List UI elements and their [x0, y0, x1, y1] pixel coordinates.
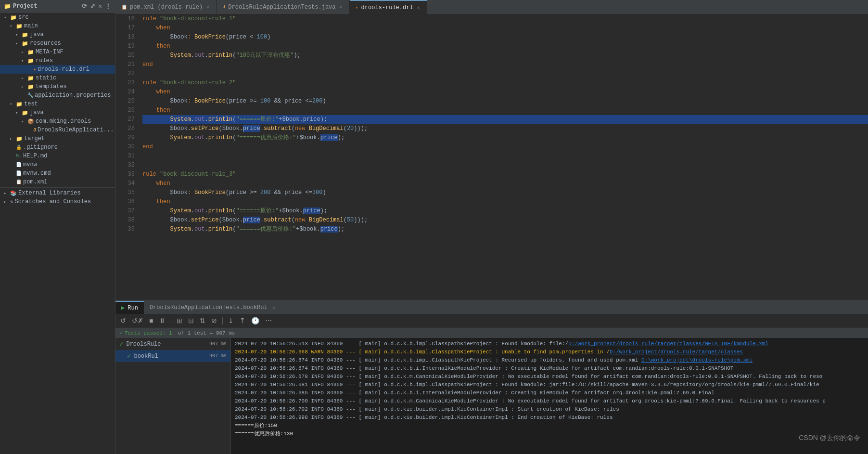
log-link-3[interactable]: D:\work_project\drools-rule\pom.xml	[641, 357, 753, 363]
tab-tests[interactable]: J DroolsRuleApplicationTests.java ✕	[217, 0, 349, 14]
label-src: src	[18, 14, 29, 21]
label-target: target	[24, 135, 45, 142]
tab-run-close[interactable]: ✕	[272, 305, 275, 311]
import-button[interactable]: ⤓	[226, 316, 236, 325]
expand-all-button[interactable]: ⊞	[175, 316, 184, 325]
label-java: java	[30, 31, 44, 38]
run-icon: ▶	[121, 304, 125, 311]
rerun-button[interactable]: ↺	[118, 316, 128, 325]
scratches-icon: ✎	[10, 199, 13, 205]
log-line-6: 2024-07-20 10:56:26.681 INFO 84360 --- […	[235, 381, 864, 389]
log-output[interactable]: 2024-07-20 10:56:26.513 INFO 84360 --- […	[231, 338, 868, 454]
test-suite-item[interactable]: ✓ DroolsRule 907 ms	[115, 338, 230, 350]
project-header[interactable]: 📁 Project ⟳ ⤢ ✕ ⋮	[0, 0, 115, 13]
project-header-icons: ⟳ ⤢ ✕ ⋮	[82, 2, 111, 10]
tree-item-mvnw-cmd[interactable]: 📄 mvnw.cmd	[0, 169, 115, 178]
arrow-java	[15, 32, 20, 38]
arrow-test-java	[15, 110, 20, 116]
collapse-all-button[interactable]: ⊟	[186, 316, 196, 325]
code-line-36: then	[142, 197, 868, 207]
tree-item-drools-drl[interactable]: ✦ drools-rule.drl	[0, 65, 115, 74]
folder-icon-target: 📁	[16, 136, 23, 142]
tab-drl-icon: ✦	[356, 5, 358, 11]
test-case-item[interactable]: ✓ bookRul 907 ms	[115, 350, 230, 362]
tab-tests-close[interactable]: ✕	[339, 4, 344, 11]
tree-item-external-libs[interactable]: 📚 External Libraries	[0, 189, 115, 197]
tab-drl-close[interactable]: ✕	[416, 4, 421, 11]
tree-item-gitignore[interactable]: 🔒 .gitignore	[0, 143, 115, 152]
code-line-19: then	[142, 42, 868, 51]
tab-drl[interactable]: ✦ drools-rule.drl ✕	[350, 0, 427, 14]
suite-pass-icon: ✓	[119, 340, 123, 348]
tree-item-app-properties[interactable]: 🔧 application.properties	[0, 91, 115, 100]
divider-1	[0, 187, 115, 188]
tree-item-com-mking[interactable]: 📦 com.mking.drools	[0, 117, 115, 126]
code-line-27: System.out.println("======原价:"+$book.pri…	[142, 115, 868, 124]
log-link-1[interactable]: D:/work_project/drools-rule/target/class…	[568, 341, 768, 347]
tree-item-resources[interactable]: 📁 resources	[0, 39, 115, 48]
log-line-7: 2024-07-20 10:56:26.685 INFO 84360 --- […	[235, 389, 864, 397]
code-editor[interactable]: 16 17 18 19 20 21 22 23 24 25 26 27 28 2…	[115, 14, 868, 300]
test-status-bar: ✓ Tests passed: 1 of 1 test — 907 ms	[115, 327, 868, 338]
bottom-panel: ▶ Run DroolsRuleApplicationTests.bookRul…	[115, 300, 868, 454]
tab-run-instance[interactable]: DroolsRuleApplicationTests.bookRul ✕	[144, 301, 281, 314]
log-link-2[interactable]: D:/work_project/drools-rule/target/class…	[610, 349, 743, 355]
tree-item-pom-xml[interactable]: 📋 pom.xml	[0, 178, 115, 186]
folder-icon-java: 📁	[22, 32, 28, 38]
label-static: static	[36, 75, 56, 81]
gitignore-icon: 🔒	[16, 144, 22, 150]
log-line-8: 2024-07-20 10:56:26.700 INFO 84360 --- […	[235, 397, 864, 405]
ln-23: 23	[115, 78, 135, 88]
tree-item-scratches[interactable]: ✎ Scratches and Consoles	[0, 197, 115, 206]
tab-bar: 📋 pom.xml (drools-rule) ✕ J DroolsRuleAp…	[115, 0, 868, 14]
tree-item-rules[interactable]: 📁 rules	[0, 56, 115, 65]
tree-item-test-java[interactable]: 📁 java	[0, 108, 115, 117]
tree-item-target[interactable]: 📁 target	[0, 134, 115, 143]
stop-button[interactable]: ■	[147, 316, 155, 325]
code-line-22	[142, 69, 868, 78]
tree-item-src[interactable]: 📁 src	[0, 13, 115, 22]
tree-item-static[interactable]: 📁 static	[0, 74, 115, 82]
log-result-1: ======原价:150	[235, 422, 864, 430]
expand-icon[interactable]: ⤢	[90, 2, 95, 10]
sync-icon[interactable]: ⟳	[82, 2, 87, 10]
folder-icon-meta-inf: 📁	[27, 49, 34, 55]
folder-icon-com-mking: 📦	[27, 118, 34, 125]
tree-item-help-md[interactable]: M↓ HELP.md	[0, 152, 115, 160]
arrow-ext-libs	[4, 191, 9, 196]
ln-28: 28	[115, 124, 135, 133]
tree-item-meta-inf[interactable]: 📁 META-INF	[0, 48, 115, 56]
tree-item-mvnw[interactable]: 📄 mvnw	[0, 160, 115, 169]
tree-item-templates[interactable]: 📁 templates	[0, 82, 115, 91]
more-button[interactable]: ⋯	[263, 316, 274, 325]
project-title: Project	[13, 3, 37, 10]
tab-pom-close[interactable]: ✕	[205, 4, 210, 11]
case-label: bookRul	[134, 353, 158, 360]
ln-32: 32	[115, 161, 135, 170]
filter-button[interactable]: ⊘	[209, 316, 219, 325]
tree-item-drools-tests[interactable]: J DroolsRuleApplicati...	[0, 126, 115, 134]
tree-item-main[interactable]: 📁 main	[0, 22, 115, 30]
sep1	[171, 317, 171, 324]
export-button[interactable]: ⤒	[238, 316, 247, 325]
tab-run[interactable]: ▶ Run	[115, 301, 144, 314]
label-app-properties: application.properties	[35, 92, 111, 99]
label-com-mking: com.mking.drools	[36, 118, 91, 125]
settings-icon[interactable]: ⋮	[105, 2, 111, 10]
history-button[interactable]: 🕐	[249, 316, 261, 325]
code-line-38: $book.setPrice($book.price.subtract(new …	[142, 216, 868, 225]
log-thread-1: main]	[365, 341, 381, 347]
label-rules: rules	[36, 57, 53, 64]
folder-icon-src: 📁	[10, 14, 17, 21]
sort-button[interactable]: ⇅	[198, 316, 207, 325]
rerun-failed-button[interactable]: ↺✗	[130, 316, 145, 325]
pause-button[interactable]: ⏸	[157, 316, 167, 325]
folder-icon-templates: 📁	[27, 84, 34, 90]
close-icon[interactable]: ✕	[98, 2, 102, 10]
tree-item-test[interactable]: 📁 test	[0, 100, 115, 108]
tab-pom[interactable]: 📋 pom.xml (drools-rule) ✕	[115, 0, 217, 14]
drl-icon: ✦	[33, 66, 36, 72]
log-logger-1: o.d.c.k.b.impl.ClasspathKieProject	[384, 341, 495, 347]
label-external-libs: External Libraries	[18, 190, 81, 196]
tree-item-java[interactable]: 📁 java	[0, 30, 115, 39]
